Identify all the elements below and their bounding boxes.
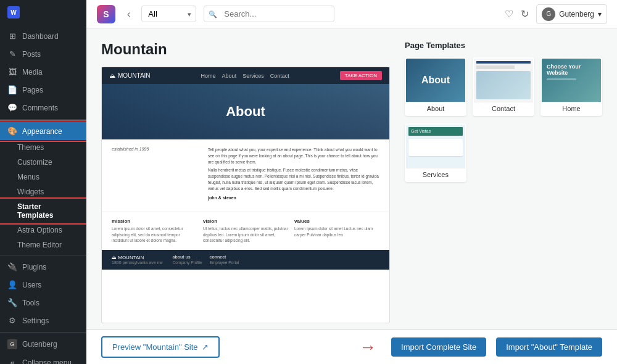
services-card-1 xyxy=(408,139,463,156)
mission-text: Lorem ipsum dolor sit amet, consectetur … xyxy=(112,226,197,244)
template-cta-btn: TAKE ACTION xyxy=(340,71,382,80)
pt-contact-label: Contact xyxy=(474,102,533,115)
footer-address: 1800 pennsylvania ave nw xyxy=(112,260,163,265)
mountain-logo-icon: ⛰ xyxy=(109,72,115,79)
sub-label: Widgets xyxy=(17,188,44,196)
preview-button[interactable]: Preview "Mountain" Site ↗ xyxy=(101,336,220,358)
comments-icon: 💬 xyxy=(7,103,17,112)
pt-row-1: About About xyxy=(405,57,602,116)
gutenberg-icon: G xyxy=(7,339,17,349)
home-hero-text: Choose Your Website xyxy=(547,64,596,76)
template-hero: About xyxy=(102,84,389,139)
established-label: established in 1995 xyxy=(112,147,198,151)
footer-link[interactable]: Company Profile xyxy=(173,260,202,265)
template-name: Mountain xyxy=(101,41,390,58)
detail-area: Mountain ⛰ MOUNTAIN Home About Services … xyxy=(86,28,617,329)
sidebar-item-dashboard[interactable]: ⊞ Dashboard xyxy=(0,27,86,45)
topbar: S ‹ All Free Agency Business ♡ ↻ G Guten… xyxy=(86,0,617,28)
home-preview-inner: Choose Your Website xyxy=(542,59,601,85)
user-dropdown-icon: ▾ xyxy=(598,10,602,19)
sidebar-item-posts[interactable]: ✎ Posts xyxy=(0,45,86,63)
footer-col-heading: connect xyxy=(210,255,239,259)
about-intro: Tell people about what you, your experti… xyxy=(208,147,379,165)
sidebar-item-collapse[interactable]: « Collapse menu xyxy=(0,354,86,364)
home-preview-bg: Choose Your Website xyxy=(542,59,601,102)
about-hero-text: About xyxy=(421,75,450,86)
settings-icon: ⚙ xyxy=(7,316,17,325)
sub-label: Customize xyxy=(17,158,52,167)
search-wrap xyxy=(204,6,450,22)
back-button[interactable]: ‹ xyxy=(123,6,134,22)
sidebar-item-gutenberg[interactable]: G Gutenberg xyxy=(0,335,86,354)
sidebar-item-label: Media xyxy=(22,68,43,77)
footer-link[interactable]: Employee Portal xyxy=(210,260,239,265)
sidebar-item-label: Settings xyxy=(22,316,49,325)
footer-links: about us Company Profile connect Employe… xyxy=(173,255,239,265)
sidebar-item-comments[interactable]: 💬 Comments xyxy=(0,99,86,117)
avatar: G xyxy=(542,7,555,21)
content-area: Mountain ⛰ MOUNTAIN Home About Services … xyxy=(86,28,617,364)
sidebar-sub-theme-editor[interactable]: Theme Editor xyxy=(0,238,86,252)
sub-label: Astra Options xyxy=(17,226,62,234)
import-complete-button[interactable]: Import Complete Site xyxy=(391,337,486,357)
mission-title: mission xyxy=(112,218,197,224)
pt-card-contact[interactable]: Contact xyxy=(473,57,534,116)
favorites-button[interactable]: ♡ xyxy=(505,8,513,20)
users-icon: 👤 xyxy=(7,280,17,289)
contact-map xyxy=(476,71,531,99)
pt-card-about[interactable]: About About xyxy=(405,57,466,116)
plugins-icon: 🔌 xyxy=(7,262,17,271)
arrow-indicator: → xyxy=(359,337,376,357)
pt-card-services-img: Get Vistas xyxy=(406,125,465,168)
template-right-col: Tell people about what you, your experti… xyxy=(208,147,379,204)
sidebar-item-settings[interactable]: ⚙ Settings xyxy=(0,312,86,329)
contact-top-bar xyxy=(476,61,531,64)
pt-card-contact-img xyxy=(474,59,533,102)
filter-select[interactable]: All Free Agency Business xyxy=(141,6,196,22)
nav-services: Services xyxy=(242,73,264,79)
dashboard-icon: ⊞ xyxy=(7,31,17,41)
search-input[interactable] xyxy=(204,6,334,22)
import-complete-label: Import Complete Site xyxy=(401,342,476,352)
sidebar-item-label: Collapse menu xyxy=(22,358,72,365)
sidebar-item-label: Posts xyxy=(22,50,41,59)
user-menu[interactable]: G Gutenberg ▾ xyxy=(536,4,607,24)
pt-card-services[interactable]: Get Vistas Services xyxy=(405,123,466,182)
sidebar-item-label: Appearance xyxy=(22,127,62,136)
footer-col-connect: connect Employee Portal xyxy=(210,255,239,265)
appearance-arrow xyxy=(82,126,86,136)
sidebar-item-tools[interactable]: 🔧 Tools xyxy=(0,294,86,312)
footer-col-heading: about us xyxy=(173,255,202,259)
sidebar-sub-astra-options[interactable]: Astra Options xyxy=(0,223,86,238)
sidebar-sub-widgets[interactable]: Widgets xyxy=(0,184,86,199)
sidebar: W ⊞ Dashboard ✎ Posts 🖼 Media 📄 Pages 💬 … xyxy=(0,0,86,364)
media-icon: 🖼 xyxy=(7,67,17,77)
nav-home: Home xyxy=(201,73,216,79)
template-left-col: established in 1995 xyxy=(112,147,198,204)
sidebar-item-appearance[interactable]: 🎨 Appearance xyxy=(0,122,86,140)
external-link-icon: ↗ xyxy=(202,342,209,352)
sidebar-sub-themes[interactable]: Themes xyxy=(0,140,86,155)
sidebar-item-users[interactable]: 👤 Users xyxy=(0,276,86,294)
sidebar-item-pages[interactable]: 📄 Pages xyxy=(0,81,86,99)
mountain-logo-text: MOUNTAIN xyxy=(118,72,151,79)
refresh-button[interactable]: ↻ xyxy=(521,8,529,20)
pt-card-home[interactable]: Choose Your Website Home xyxy=(540,57,602,116)
page-templates-grid: About About xyxy=(405,57,602,182)
pt-services-label: Services xyxy=(406,168,465,181)
sidebar-sub-menus[interactable]: Menus xyxy=(0,170,86,184)
main-area: S ‹ All Free Agency Business ♡ ↻ G Guten… xyxy=(86,0,617,364)
posts-icon: ✎ xyxy=(7,49,17,59)
sidebar-item-media[interactable]: 🖼 Media xyxy=(0,63,86,81)
services-preview-bg: Get Vistas xyxy=(406,125,465,168)
footer-logo-text: ⛰ MOUNTAIN xyxy=(112,255,144,260)
mission-block: mission Lorem ipsum dolor sit amet, cons… xyxy=(112,218,197,244)
sidebar-sub-starter-templates[interactable]: Starter Templates xyxy=(0,199,86,223)
import-about-button[interactable]: Import "About" Template xyxy=(496,337,602,357)
pt-about-label: About xyxy=(406,102,465,115)
template-missions: mission Lorem ipsum dolor sit amet, cons… xyxy=(102,212,389,250)
template-nav-links: Home About Services Contact xyxy=(201,73,289,79)
collapse-icon: « xyxy=(7,358,17,364)
sidebar-sub-customize[interactable]: Customize xyxy=(0,155,86,170)
sidebar-item-plugins[interactable]: 🔌 Plugins xyxy=(0,258,86,276)
